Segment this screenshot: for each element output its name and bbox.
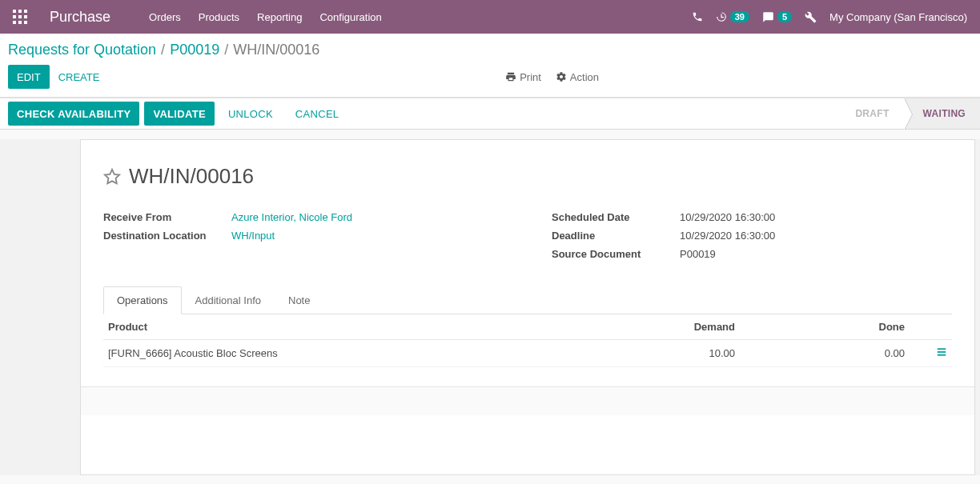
col-product: Product	[103, 314, 570, 340]
svg-rect-7	[18, 21, 22, 24]
deadline-value: 10/29/2020 16:30:00	[680, 230, 775, 242]
destination-location-value[interactable]: WH/Input	[231, 230, 275, 242]
svg-marker-10	[105, 169, 119, 182]
col-demand: Demand	[570, 314, 740, 340]
status-bar: CHECK AVAILABILITY VALIDATE UNLOCK CANCE…	[0, 98, 980, 130]
status-step-waiting[interactable]: WAITING	[904, 98, 980, 129]
receive-from-label: Receive From	[103, 211, 231, 223]
phone-icon[interactable]	[692, 11, 703, 22]
action-button[interactable]: Action	[556, 71, 599, 83]
check-availability-button[interactable]: CHECK AVAILABILITY	[8, 102, 139, 126]
svg-rect-2	[24, 10, 27, 13]
destination-location-label: Destination Location	[103, 230, 231, 242]
breadcrumb-root[interactable]: Requests for Quotation	[8, 42, 156, 58]
svg-rect-6	[13, 21, 16, 24]
table-row[interactable]: [FURN_6666] Acoustic Bloc Screens 10.00 …	[103, 340, 952, 367]
print-label: Print	[520, 71, 541, 83]
debug-icon[interactable]	[805, 11, 817, 23]
apps-icon[interactable]	[13, 10, 27, 24]
print-icon	[505, 71, 516, 82]
svg-rect-1	[18, 10, 22, 13]
breadcrumb-parent[interactable]: P00019	[170, 42, 219, 58]
messages-badge: 5	[777, 11, 792, 22]
svg-rect-8	[24, 21, 27, 24]
detailed-operations-icon[interactable]	[936, 346, 947, 360]
breadcrumb-current: WH/IN/00016	[233, 42, 319, 58]
unlock-button[interactable]: UNLOCK	[219, 102, 282, 126]
content-wrap: WH/IN/00016 Receive From Azure Interior,…	[0, 139, 980, 475]
validate-button[interactable]: VALIDATE	[144, 102, 214, 126]
scheduled-date-label: Scheduled Date	[552, 211, 680, 223]
cell-product: [FURN_6666] Acoustic Bloc Screens	[103, 340, 570, 367]
breadcrumb: Requests for Quotation / P00019 / WH/IN/…	[8, 42, 967, 58]
activity-badge: 39	[730, 11, 749, 22]
company-selector[interactable]: My Company (San Francisco)	[829, 11, 967, 23]
nav-menu-configuration[interactable]: Configuration	[319, 11, 381, 23]
svg-rect-3	[13, 15, 16, 18]
form-sheet: WH/IN/00016 Receive From Azure Interior,…	[80, 139, 975, 475]
breadcrumb-sep: /	[161, 42, 165, 58]
control-panel: Requests for Quotation / P00019 / WH/IN/…	[0, 34, 980, 98]
tab-note[interactable]: Note	[275, 286, 323, 314]
activity-icon[interactable]: 39	[716, 11, 749, 22]
print-button[interactable]: Print	[505, 71, 541, 83]
operations-table: Product Demand Done [FURN_6666] Acoustic…	[103, 314, 952, 367]
cell-done: 0.00	[740, 340, 910, 367]
source-document-value: P00019	[680, 248, 716, 260]
sheet-footer	[81, 386, 974, 415]
scheduled-date-value: 10/29/2020 16:30:00	[680, 211, 775, 223]
deadline-label: Deadline	[552, 230, 680, 242]
col-done: Done	[740, 314, 910, 340]
svg-rect-13	[938, 354, 946, 356]
cancel-button[interactable]: CANCEL	[287, 102, 348, 126]
nav-menu-orders[interactable]: Orders	[149, 11, 181, 23]
nav-right: 39 5 My Company (San Francisco)	[692, 11, 967, 23]
status-step-draft[interactable]: DRAFT	[836, 98, 903, 129]
create-button[interactable]: CREATE	[50, 65, 109, 89]
status-steps: DRAFT WAITING	[836, 98, 980, 129]
action-label: Action	[570, 71, 599, 83]
nav-menu: Orders Products Reporting Configuration	[149, 11, 382, 23]
cell-demand: 10.00	[570, 340, 740, 367]
gear-icon	[556, 71, 567, 82]
record-title: WH/IN/00016	[129, 164, 254, 189]
nav-menu-reporting[interactable]: Reporting	[257, 11, 302, 23]
tab-operations[interactable]: Operations	[103, 286, 182, 314]
svg-rect-12	[938, 351, 946, 353]
edit-button[interactable]: EDIT	[8, 65, 50, 89]
svg-rect-4	[18, 15, 22, 18]
svg-rect-0	[13, 10, 16, 13]
nav-menu-products[interactable]: Products	[199, 11, 239, 23]
main-navbar: Purchase Orders Products Reporting Confi…	[0, 0, 980, 34]
notebook-tabs: Operations Additional Info Note	[103, 286, 952, 314]
receive-from-value[interactable]: Azure Interior, Nicole Ford	[231, 211, 352, 223]
svg-rect-5	[24, 15, 27, 18]
favorite-star-icon[interactable]	[103, 168, 121, 186]
source-document-label: Source Document	[552, 248, 680, 260]
messages-icon[interactable]: 5	[762, 11, 792, 23]
app-brand[interactable]: Purchase	[50, 9, 110, 26]
svg-rect-11	[938, 348, 946, 350]
tab-additional-info[interactable]: Additional Info	[182, 286, 275, 314]
breadcrumb-sep: /	[224, 42, 228, 58]
